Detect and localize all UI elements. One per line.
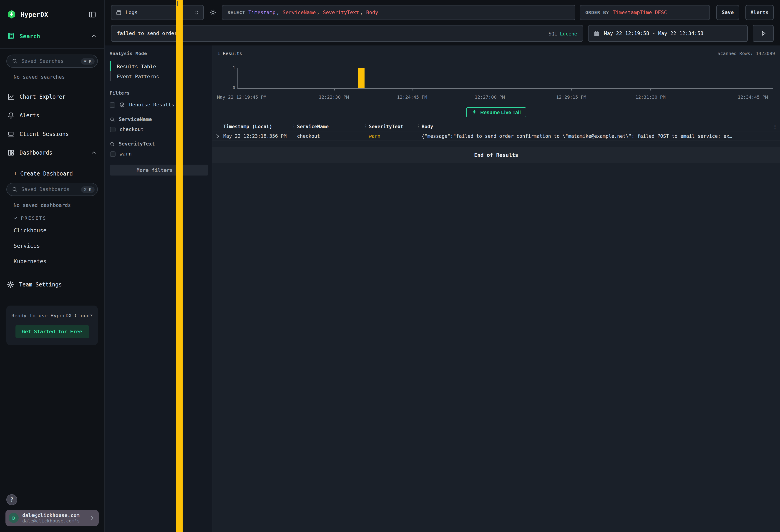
x-axis-label: 12:29:15 PM [556,95,586,100]
sidebar-nav: Chart Explorer Alerts Client Sessions Da… [0,87,104,163]
tab-results-table[interactable]: Results Table [110,61,208,71]
sidebar-item-client-sessions[interactable]: Client Sessions [0,125,104,143]
resume-live-tail-button[interactable]: Resume Live Tail [466,107,526,117]
denoise-checkbox[interactable] [110,102,115,107]
app-title: HyperDX [20,11,48,18]
x-axis-label: 12:34:45 PM [738,95,768,100]
collapse-sidebar-icon[interactable] [89,11,96,18]
sidebar-item-label: Alerts [19,112,39,118]
expand-row-chevron-icon[interactable] [215,134,223,139]
run-query-button[interactable] [753,25,774,42]
x-axis-tick-mark [572,88,572,91]
column-header-label: SeverityText [369,124,403,129]
column-separator-icon[interactable]: ⋮ [292,124,296,129]
analysis-mode-title: Analysis Mode [110,51,208,56]
column-header-body[interactable]: ⋮Body [422,124,769,129]
sidebar-item-alerts[interactable]: Alerts [0,106,104,125]
comma: , [276,9,279,15]
column-header-timestamp[interactable]: Timestamp (Local) [223,124,297,129]
filter-option-label: checkout [119,127,144,132]
saved-searches-input[interactable]: Saved Searches ⌘ K [6,55,98,68]
search-query-input[interactable]: failed to send order SQL | Lucene [111,25,583,42]
x-axis-label: May 22 12:19:45 PM [217,95,266,100]
scanned-rows: Scanned Rows: 1423099 [718,51,775,56]
x-axis-labels: May 22 12:19:45 PM 12:22:30 PM 12:24:45 … [237,95,773,100]
query-language-toggle: SQL | Lucene [548,31,577,36]
filter-group-name: SeverityText [119,141,155,147]
order-by-input[interactable]: ORDER BY TimestampTime DESC [580,5,710,20]
query-toolbar: Logs SELECT Timestamp, ServiceName, Seve… [111,5,774,20]
denoise-label: Denoise Results [129,102,175,108]
no-saved-dashboards-text: No saved dashboards [14,202,104,208]
saved-dashboards-input[interactable]: Saved Dashboards ⌘ K [6,183,98,196]
more-filters-button[interactable]: More filters [110,164,208,176]
preset-kubernetes[interactable]: Kubernetes [0,256,104,267]
filter-group-name: ServiceName [119,116,152,122]
presets-label: PRESETS [21,215,46,221]
bell-icon [7,112,14,119]
results-histogram[interactable]: 1 0 May 22 12:19:45 PM 12:22:30 PM 12:2 [212,60,780,100]
cell-body: {"message":"failed to send order confirm… [422,133,769,139]
no-saved-searches-text: No saved searches [14,74,104,80]
create-dashboard-button[interactable]: + Create Dashboard [14,171,104,177]
filter-group-severitytext: SeverityText [110,141,208,147]
table-options-kebab-icon[interactable]: ⋮ [773,124,777,129]
end-of-results-banner: End of Results [212,147,780,163]
presets-section-toggle[interactable]: PRESETS [13,215,104,221]
alerts-button[interactable]: Alerts [745,5,774,20]
save-button[interactable]: Save [716,5,739,20]
order-by-keyword: ORDER BY [585,10,609,15]
query-field-body: Body [366,9,378,15]
profile-subtitle: dale@clickhouse.com's [22,518,86,523]
column-header-servicename[interactable]: ⋮ServiceName [297,124,369,129]
source-select[interactable]: Logs [111,5,204,20]
sidebar-item-dashboards[interactable]: Dashboards [0,143,104,162]
tab-event-patterns[interactable]: Event Patterns [110,71,208,81]
search-icon [110,116,115,122]
preset-services[interactable]: Services [0,241,104,251]
gear-icon [7,281,14,288]
sql-toggle[interactable]: SQL [548,31,557,36]
sidebar-item-chart-explorer[interactable]: Chart Explorer [0,87,104,106]
histogram-bar[interactable] [357,68,364,88]
column-separator-icon[interactable]: ⋮ [416,124,421,129]
x-axis-tick-mark [334,88,335,91]
x-axis-label: 12:22:30 PM [319,95,349,100]
sidebar-item-team-settings[interactable]: Team Settings [0,275,104,294]
more-filters-label: More filters [137,167,173,173]
table-row[interactable]: May 22 12:23:18.356 PM checkout warn {"m… [212,132,780,141]
help-button[interactable]: ? [6,494,17,505]
chevron-up-icon[interactable] [91,150,97,155]
sidebar-item-search[interactable]: Search [0,32,104,49]
preset-clickhouse[interactable]: Clickhouse [0,225,104,236]
source-settings-gear-icon[interactable] [208,5,217,20]
dashboard-grid-icon [7,149,14,156]
sidebar: HyperDX Search Saved Searches ⌘ K No sav… [0,0,105,532]
warn-checkbox[interactable] [110,151,115,157]
lucene-toggle[interactable]: Lucene [560,31,577,36]
chevron-up-icon[interactable] [91,33,97,39]
get-started-button[interactable]: Get Started for Free [15,325,89,339]
x-axis-tick-mark [753,88,753,91]
chevron-down-icon [13,215,18,221]
cell-severitytext: warn [369,133,422,139]
sidebar-item-label: Dashboards [19,149,53,156]
time-range-picker[interactable]: May 22 12:19:58 - May 22 12:34:58 [588,25,748,42]
sidebar-spacer [0,345,104,494]
user-profile-button[interactable]: D dale@clickhouse.com dale@clickhouse.co… [5,510,99,526]
shortcut-badge: ⌘ K [81,58,95,64]
column-header-label: Body [422,124,433,129]
avatar: D [9,513,19,523]
checkout-checkbox[interactable] [110,127,115,132]
query-field-servicename: ServiceName [283,9,316,15]
column-header-severitytext[interactable]: ⋮SeverityText [369,124,422,129]
sidebar-item-label: Search [19,33,40,39]
search-icon [12,58,18,64]
y-axis-tick: 1 [233,65,235,70]
live-tail-row: Resume Live Tail [212,107,780,117]
order-by-value: TimestampTime DESC [613,9,667,15]
select-columns-input[interactable]: SELECT Timestamp, ServiceName, SeverityT… [222,5,575,20]
search-icon [110,141,115,147]
column-separator-icon[interactable]: ⋮ [363,124,368,129]
toggle-divider: | [176,0,183,532]
